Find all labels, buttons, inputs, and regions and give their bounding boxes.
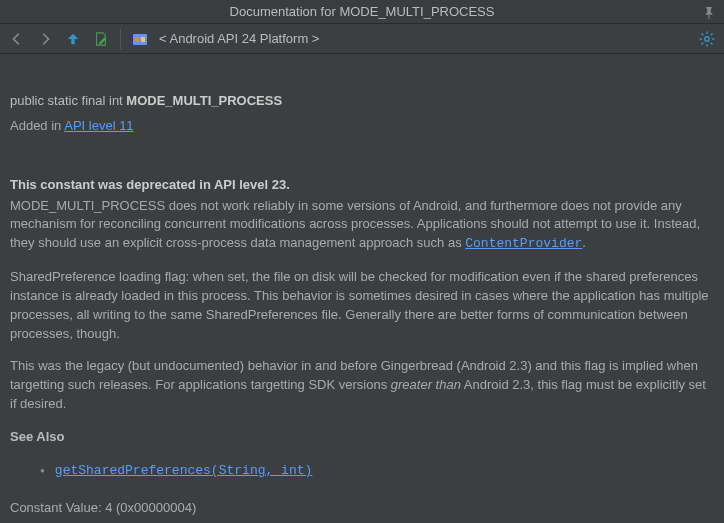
content-provider-link[interactable]: ContentProvider: [465, 236, 582, 251]
see-also-list: getSharedPreferences(String, int): [10, 461, 714, 481]
pin-icon[interactable]: [702, 4, 716, 18]
module-icon: [131, 30, 149, 48]
added-in: Added in API level 11: [10, 117, 714, 136]
svg-rect-2: [141, 37, 145, 42]
deprecated-paragraph: MODE_MULTI_PROCESS does not work reliabl…: [10, 197, 714, 255]
doc-content: public static final int MODE_MULTI_PROCE…: [0, 54, 724, 523]
deprecated-heading: This constant was deprecated in API leve…: [10, 176, 714, 195]
deprecated-text-2: .: [582, 235, 586, 250]
see-also-heading: See Also: [10, 428, 714, 447]
breadcrumb[interactable]: < Android API 24 Platform >: [159, 31, 319, 46]
para3-emphasis: greater than: [391, 377, 461, 392]
svg-line-10: [702, 42, 704, 44]
gear-icon[interactable]: [698, 30, 716, 48]
svg-rect-1: [135, 37, 139, 42]
toolbar: < Android API 24 Platform >: [0, 24, 724, 54]
up-arrow-icon[interactable]: [64, 30, 82, 48]
deprecated-text-1: MODE_MULTI_PROCESS does not work reliabl…: [10, 198, 700, 251]
signature-modifiers: public static final int: [10, 93, 126, 108]
edit-source-icon[interactable]: [92, 30, 110, 48]
signature-name: MODE_MULTI_PROCESS: [126, 93, 282, 108]
constant-value: Constant Value: 4 (0x00000004): [10, 499, 714, 518]
added-in-label: Added in: [10, 118, 64, 133]
see-also-link[interactable]: getSharedPreferences(String, int): [55, 463, 312, 478]
svg-point-3: [705, 36, 709, 40]
svg-line-9: [711, 42, 713, 44]
api-level-link[interactable]: API level 11: [64, 118, 133, 133]
description-paragraph-1: SharedPreference loading flag: when set,…: [10, 268, 714, 343]
forward-icon[interactable]: [36, 30, 54, 48]
method-signature: public static final int MODE_MULTI_PROCE…: [10, 92, 714, 111]
back-icon[interactable]: [8, 30, 26, 48]
svg-line-8: [702, 33, 704, 35]
list-item: getSharedPreferences(String, int): [40, 461, 714, 481]
description-paragraph-2: This was the legacy (but undocumented) b…: [10, 357, 714, 414]
window-title: Documentation for MODE_MULTI_PROCESS: [230, 4, 495, 19]
toolbar-separator: [120, 29, 121, 49]
svg-line-11: [711, 33, 713, 35]
title-bar: Documentation for MODE_MULTI_PROCESS: [0, 0, 724, 24]
